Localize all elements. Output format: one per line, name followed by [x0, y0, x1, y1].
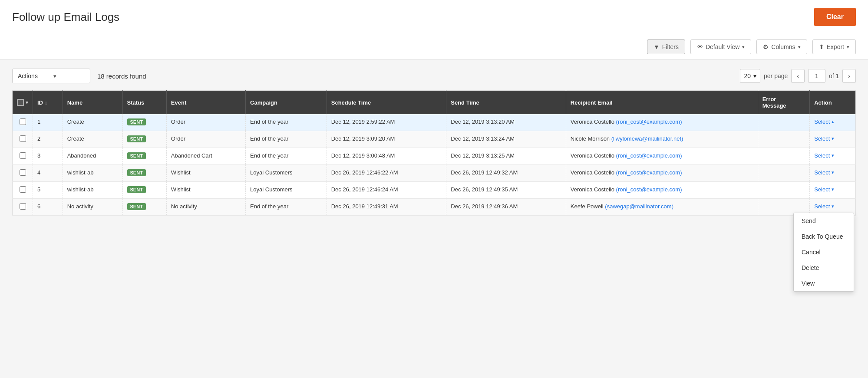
- row-send-time: Dec 26, 2019 12:49:35 AM: [446, 182, 566, 199]
- th-send-time[interactable]: Send Time: [446, 91, 566, 115]
- header-bar: Follow up Email Logs Clear: [0, 0, 868, 34]
- row-recipient-email: Nicole Morrison (liwylomewa@mailinator.n…: [566, 131, 758, 148]
- row-checkbox-cell: [13, 114, 33, 131]
- row-status: SENT: [122, 114, 166, 131]
- row-checkbox-cell: [13, 165, 33, 182]
- row-schedule-time: Dec 12, 2019 3:09:20 AM: [327, 131, 446, 148]
- pagination-current-page: 1: [808, 69, 825, 83]
- recipient-email-link[interactable]: (roni_cost@example.com): [616, 169, 682, 176]
- dropdown-item-send[interactable]: Send: [794, 213, 854, 224]
- row-event: Wishlist: [166, 182, 245, 199]
- row-id: 5: [33, 182, 63, 199]
- row-name: No activity: [63, 199, 122, 216]
- select-button[interactable]: Select ▾: [814, 135, 834, 142]
- toolbar: ▼ Filters 👁 Default View ▾ ⚙ Columns ▾ ⬆…: [0, 34, 868, 60]
- th-action[interactable]: Action: [810, 91, 856, 115]
- upload-icon: ⬆: [819, 43, 824, 50]
- per-page-select[interactable]: 20 ▾: [740, 69, 760, 83]
- row-checkbox[interactable]: [20, 186, 26, 193]
- recipient-email-link[interactable]: (roni_cost@example.com): [616, 152, 682, 159]
- row-action-cell: Select ▾: [810, 165, 856, 182]
- filters-button[interactable]: ▼ Filters: [647, 39, 685, 54]
- row-action-cell: Select ▴: [810, 114, 856, 131]
- row-recipient-email: Veronica Costello (roni_cost@example.com…: [566, 165, 758, 182]
- select-button[interactable]: Select ▾: [814, 169, 834, 176]
- row-id: 3: [33, 148, 63, 165]
- row-send-time: Dec 12, 2019 3:13:20 AM: [446, 114, 566, 131]
- row-status: SENT: [122, 182, 166, 199]
- recipient-email-link[interactable]: (liwylomewa@mailinator.net): [611, 135, 683, 142]
- select-button[interactable]: Select ▾: [814, 203, 834, 210]
- columns-button[interactable]: ⚙ Columns ▾: [756, 39, 807, 54]
- actions-left: Actions ▾ 18 records found: [12, 69, 146, 83]
- row-checkbox[interactable]: [20, 118, 26, 125]
- sort-arrow-icon: ↓: [45, 100, 47, 106]
- chevron-down-icon: ▾: [832, 153, 834, 158]
- row-schedule-time: Dec 26, 2019 12:46:22 AM: [327, 165, 446, 182]
- table-row: 5 wishlist-ab SENT Wishlist Loyal Custom…: [13, 182, 856, 199]
- chevron-down-icon: ▾: [26, 100, 28, 105]
- th-name[interactable]: Name: [63, 91, 122, 115]
- content-area: Actions ▾ 18 records found 20 ▾ per page…: [0, 60, 868, 224]
- row-recipient-email: Veronica Costello (roni_cost@example.com…: [566, 114, 758, 131]
- export-button[interactable]: ⬆ Export ▾: [812, 39, 856, 54]
- row-status: SENT: [122, 199, 166, 216]
- row-checkbox[interactable]: [20, 152, 26, 159]
- th-schedule-time[interactable]: Schedule Time: [327, 91, 446, 115]
- recipient-email-link[interactable]: (roni_cost@example.com): [616, 118, 682, 125]
- recipient-email-link[interactable]: (roni_cost@example.com): [616, 186, 682, 193]
- chevron-down-icon: ▾: [832, 204, 834, 209]
- table-row: 4 wishlist-ab SENT Wishlist Loyal Custom…: [13, 165, 856, 182]
- th-id[interactable]: ID ↓: [33, 91, 63, 115]
- chevron-down-icon: ▾: [753, 72, 756, 79]
- chevron-down-icon: ▾: [53, 73, 85, 79]
- row-event: Order: [166, 131, 245, 148]
- row-error-message: [758, 182, 810, 199]
- select-button[interactable]: Select ▾: [814, 152, 834, 159]
- table-row: 6 No activity SENT No activity End of th…: [13, 199, 856, 216]
- row-id: 4: [33, 165, 63, 182]
- th-error-message[interactable]: ErrorMessage: [758, 91, 810, 115]
- row-send-time: Dec 26, 2019 12:49:32 AM: [446, 165, 566, 182]
- row-error-message: [758, 114, 810, 131]
- default-view-button[interactable]: 👁 Default View ▾: [690, 39, 751, 54]
- status-badge: SENT: [127, 169, 146, 176]
- row-schedule-time: Dec 26, 2019 12:46:24 AM: [327, 182, 446, 199]
- gear-icon: ⚙: [763, 43, 769, 50]
- th-recipient-email[interactable]: Recipient Email: [566, 91, 758, 115]
- row-recipient-email: Veronica Costello (roni_cost@example.com…: [566, 182, 758, 199]
- chevron-down-icon: ▾: [832, 187, 834, 192]
- th-campaign[interactable]: Campaign: [246, 91, 327, 115]
- recipient-email-link[interactable]: (sawegap@mailinator.com): [605, 203, 673, 210]
- row-checkbox-cell: [13, 182, 33, 199]
- row-name: Abandoned: [63, 148, 122, 165]
- select-button[interactable]: Select ▴: [814, 118, 834, 125]
- chevron-up-icon: ▴: [832, 119, 834, 125]
- row-event: Abandoned Cart: [166, 148, 245, 165]
- row-checkbox[interactable]: [20, 203, 26, 210]
- row-checkbox[interactable]: [20, 169, 26, 176]
- select-button[interactable]: Select ▾: [814, 186, 834, 193]
- pagination-next-button[interactable]: ›: [842, 69, 856, 83]
- row-campaign: End of the year: [246, 148, 327, 165]
- th-status[interactable]: Status: [122, 91, 166, 115]
- row-checkbox[interactable]: [20, 135, 26, 142]
- row-campaign: End of the year: [246, 199, 327, 216]
- data-table: ▾ ID ↓ Name Status Event Campaign Schedu…: [12, 90, 856, 216]
- clear-button[interactable]: Clear: [814, 8, 856, 26]
- actions-dropdown[interactable]: Actions ▾: [12, 69, 90, 83]
- row-status: SENT: [122, 131, 166, 148]
- th-checkbox[interactable]: ▾: [13, 91, 33, 115]
- actions-bar: Actions ▾ 18 records found 20 ▾ per page…: [12, 69, 856, 83]
- header-checkbox-box[interactable]: [17, 99, 24, 106]
- chevron-down-icon: ▾: [832, 170, 834, 175]
- th-event[interactable]: Event: [166, 91, 245, 115]
- row-campaign: End of the year: [246, 131, 327, 148]
- filter-icon: ▼: [653, 43, 660, 50]
- pagination-prev-button[interactable]: ‹: [791, 69, 805, 83]
- row-schedule-time: Dec 26, 2019 12:49:31 AM: [327, 199, 446, 216]
- chevron-down-icon: ▾: [742, 44, 745, 50]
- row-checkbox-cell: [13, 131, 33, 148]
- row-status: SENT: [122, 148, 166, 165]
- records-count: 18 records found: [97, 72, 146, 80]
